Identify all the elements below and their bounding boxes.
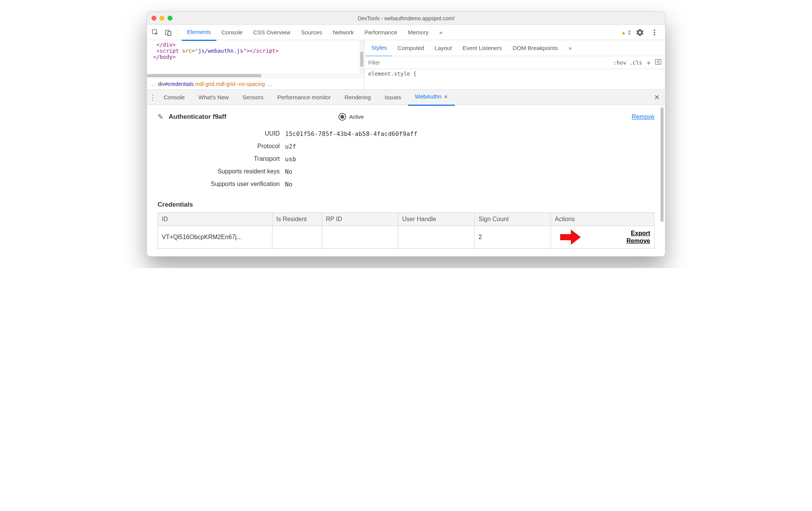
code-text: src [182, 48, 192, 54]
close-tab-icon[interactable]: ✕ [444, 94, 448, 100]
cred-is-resident-value [272, 226, 322, 249]
credentials-table: ID Is Resident RP ID User Handle Sign Co… [158, 212, 654, 249]
cred-sign-count-value: 2 [475, 226, 551, 249]
col-rp-id: RP ID [322, 213, 398, 226]
tab-memory[interactable]: Memory [403, 25, 434, 40]
panel-scrollbar[interactable] [661, 105, 664, 256]
drawer-tab-console[interactable]: Console [157, 90, 192, 105]
breadcrumb-overflow-right[interactable]: … [267, 81, 273, 87]
credentials-heading: Credentials [158, 201, 654, 209]
inspect-element-icon[interactable] [150, 27, 161, 38]
remove-authenticator-link[interactable]: Remove [632, 113, 654, 120]
styles-tab-layout[interactable]: Layout [429, 40, 457, 56]
breadcrumb[interactable]: … div#credentials.mdl-grid.mdl-grid--no-… [147, 78, 364, 89]
col-is-resident: Is Resident [272, 213, 322, 226]
tabs-overflow-icon[interactable]: » [434, 25, 448, 40]
resident-keys-value: No [285, 168, 654, 175]
col-id: ID [158, 213, 272, 226]
styles-filter-row: :hov .cls ＋ [364, 56, 665, 69]
dom-tree-pane: </div> <script src="js/webauthn.js"></sc… [147, 40, 364, 89]
user-verification-value: No [285, 181, 654, 188]
resident-keys-label: Supports resident keys [158, 168, 280, 175]
styles-pane: Styles Computed Layout Event Listeners D… [364, 40, 665, 89]
svg-rect-7 [656, 60, 661, 65]
styles-tab-event-listeners[interactable]: Event Listeners [457, 40, 507, 56]
webauthn-panel: ✎ Authenticator f9aff Active Remove UUID… [147, 105, 665, 256]
close-drawer-icon[interactable]: ✕ [651, 93, 663, 102]
tab-console[interactable]: Console [216, 25, 248, 40]
vertical-scrollbar[interactable] [359, 40, 364, 73]
tab-css-overview[interactable]: CSS Overview [248, 25, 296, 40]
window-titlebar: DevTools - webauthndemo.appspot.com/ [147, 12, 665, 25]
tab-performance[interactable]: Performance [359, 25, 403, 40]
svg-point-4 [654, 29, 655, 31]
styles-filter-input[interactable] [364, 56, 610, 69]
styles-tabs: Styles Computed Layout Event Listeners D… [364, 40, 665, 56]
hov-toggle[interactable]: :hov [614, 60, 627, 66]
annotation-arrow-icon [559, 228, 582, 246]
cls-toggle[interactable]: .cls [629, 60, 642, 66]
uuid-label: UUID [158, 130, 280, 137]
drawer-tabs: ⋮ Console What's New Sensors Performance… [147, 90, 665, 105]
style-rule-text[interactable]: element.style { [364, 69, 665, 78]
tab-sources[interactable]: Sources [296, 25, 327, 40]
edit-icon[interactable]: ✎ [158, 113, 163, 121]
authenticator-properties: UUID 15c01f56-785f-43b4-ab58-4facd60f9af… [158, 130, 654, 188]
dom-code[interactable]: </div> <script src="js/webauthn.js"></sc… [147, 40, 364, 73]
transport-value: usb [285, 155, 654, 163]
devtools-window: DevTools - webauthndemo.appspot.com/ Ele… [147, 11, 665, 257]
protocol-label: Protocol [158, 143, 280, 150]
authenticator-header: ✎ Authenticator f9aff Active Remove [158, 113, 654, 121]
toolbar-right: ▲ 2 [621, 27, 662, 38]
divider [177, 28, 178, 37]
svg-point-6 [654, 34, 655, 36]
styles-filter-actions: :hov .cls ＋ [610, 58, 665, 67]
tab-elements[interactable]: Elements [182, 24, 216, 41]
drawer-tab-whats-new[interactable]: What's New [192, 90, 236, 105]
toggle-sidebar-icon[interactable] [655, 59, 661, 66]
warning-icon: ▲ [621, 29, 626, 36]
drawer-menu-icon[interactable]: ⋮ [149, 93, 157, 102]
table-header-row: ID Is Resident RP ID User Handle Sign Co… [158, 213, 654, 226]
svg-point-5 [654, 32, 655, 33]
col-user-handle: User Handle [398, 213, 475, 226]
protocol-value: u2f [285, 143, 654, 150]
kebab-menu-icon[interactable] [649, 27, 660, 38]
transport-label: Transport [158, 155, 280, 163]
tab-network[interactable]: Network [327, 25, 359, 40]
code-text: </div> [156, 42, 176, 48]
styles-tab-dom-breakpoints[interactable]: DOM Breakpoints [508, 40, 563, 56]
breadcrumb-overflow-left[interactable]: … [150, 81, 156, 87]
new-style-rule-icon[interactable]: ＋ [645, 58, 652, 67]
drawer-tab-sensors[interactable]: Sensors [236, 90, 271, 105]
drawer-tab-webauthn-label: WebAuthn [415, 93, 441, 100]
styles-tab-computed[interactable]: Computed [392, 40, 429, 56]
breadcrumb-classes: .mdl-grid.mdl-grid--no-spacing [193, 81, 265, 87]
drawer-tab-performance-monitor[interactable]: Performance monitor [271, 90, 338, 105]
horizontal-scrollbar[interactable] [147, 73, 364, 78]
col-actions: Actions [551, 213, 654, 226]
user-verification-label: Supports user verification [158, 181, 280, 188]
window-title: DevTools - webauthndemo.appspot.com/ [147, 15, 665, 21]
styles-tab-styles[interactable]: Styles [366, 40, 392, 57]
code-text: <script [156, 48, 182, 54]
drawer-tab-issues[interactable]: Issues [378, 90, 408, 105]
active-radio[interactable]: Active [338, 113, 364, 121]
code-text: js/webauthn.js [198, 48, 243, 54]
drawer-tab-webauthn[interactable]: WebAuthn✕ [408, 89, 455, 106]
breadcrumb-path[interactable]: div#credentials.mdl-grid.mdl-grid--no-sp… [158, 81, 265, 87]
cred-actions-cell: Export Remove [551, 226, 654, 249]
uuid-value: 15c01f56-785f-43b4-ab58-4facd60f9aff [285, 130, 654, 137]
elements-panel: </div> <script src="js/webauthn.js"></sc… [147, 40, 665, 90]
code-text: ipt> [266, 48, 279, 54]
warnings-count: 2 [628, 29, 631, 36]
svg-rect-2 [168, 31, 171, 36]
radio-icon [338, 113, 346, 121]
warnings-badge[interactable]: ▲ 2 [621, 29, 631, 36]
device-toolbar-icon[interactable] [163, 27, 174, 38]
drawer-tab-rendering[interactable]: Rendering [338, 90, 378, 105]
styles-tabs-overflow-icon[interactable]: » [563, 40, 577, 56]
cred-user-handle-value [398, 226, 475, 249]
settings-icon[interactable] [635, 27, 645, 38]
cred-id-value: VT+Ql516ObcpKRM2En67j… [158, 226, 272, 249]
